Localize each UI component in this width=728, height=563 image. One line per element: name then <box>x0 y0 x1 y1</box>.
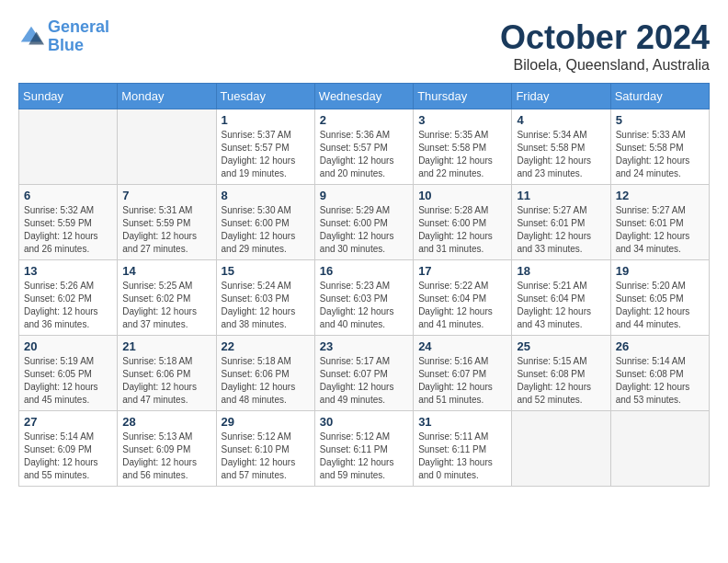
calendar-week-1: 1Sunrise: 5:37 AM Sunset: 5:57 PM Daylig… <box>19 109 710 185</box>
calendar-cell: 25Sunrise: 5:15 AM Sunset: 6:08 PM Dayli… <box>512 336 610 411</box>
calendar-cell: 11Sunrise: 5:27 AM Sunset: 6:01 PM Dayli… <box>512 185 610 260</box>
calendar-cell: 5Sunrise: 5:33 AM Sunset: 5:58 PM Daylig… <box>610 109 709 185</box>
day-info: Sunrise: 5:12 AM Sunset: 6:10 PM Dayligh… <box>222 431 310 482</box>
day-number: 28 <box>122 415 210 429</box>
day-number: 9 <box>320 189 408 202</box>
day-header-thursday: Thursday <box>414 84 512 109</box>
day-number: 16 <box>320 264 408 278</box>
day-number: 4 <box>517 113 605 127</box>
calendar-cell: 28Sunrise: 5:13 AM Sunset: 6:09 PM Dayli… <box>118 411 216 487</box>
calendar-cell <box>610 411 709 487</box>
day-number: 11 <box>517 189 605 202</box>
day-number: 27 <box>24 415 112 429</box>
day-info: Sunrise: 5:35 AM Sunset: 5:58 PM Dayligh… <box>418 129 506 180</box>
day-info: Sunrise: 5:14 AM Sunset: 6:09 PM Dayligh… <box>24 431 112 482</box>
calendar-cell: 6Sunrise: 5:32 AM Sunset: 5:59 PM Daylig… <box>19 185 118 260</box>
day-info: Sunrise: 5:36 AM Sunset: 5:57 PM Dayligh… <box>320 129 408 180</box>
day-number: 19 <box>616 264 704 278</box>
day-number: 8 <box>222 189 310 202</box>
day-number: 22 <box>222 339 310 353</box>
calendar-cell: 26Sunrise: 5:14 AM Sunset: 6:08 PM Dayli… <box>610 336 709 411</box>
day-number: 3 <box>418 113 506 127</box>
day-number: 7 <box>122 189 210 202</box>
calendar-cell: 31Sunrise: 5:11 AM Sunset: 6:11 PM Dayli… <box>414 411 512 487</box>
day-info: Sunrise: 5:15 AM Sunset: 6:08 PM Dayligh… <box>517 355 605 407</box>
day-number: 2 <box>320 113 408 127</box>
day-info: Sunrise: 5:32 AM Sunset: 5:59 PM Dayligh… <box>24 204 112 256</box>
calendar-cell: 16Sunrise: 5:23 AM Sunset: 6:03 PM Dayli… <box>314 260 413 336</box>
day-info: Sunrise: 5:17 AM Sunset: 6:07 PM Dayligh… <box>320 355 408 407</box>
day-info: Sunrise: 5:18 AM Sunset: 6:06 PM Dayligh… <box>122 355 210 407</box>
calendar-cell: 24Sunrise: 5:16 AM Sunset: 6:07 PM Dayli… <box>414 336 512 411</box>
day-number: 24 <box>418 339 506 353</box>
calendar-cell: 27Sunrise: 5:14 AM Sunset: 6:09 PM Dayli… <box>19 411 118 487</box>
calendar-cell: 19Sunrise: 5:20 AM Sunset: 6:05 PM Dayli… <box>610 260 709 336</box>
calendar-cell <box>512 411 610 487</box>
day-info: Sunrise: 5:27 AM Sunset: 6:01 PM Dayligh… <box>517 204 605 256</box>
day-number: 21 <box>122 339 210 353</box>
day-number: 12 <box>616 189 704 202</box>
day-header-sunday: Sunday <box>19 84 118 109</box>
logo-text: General Blue <box>48 18 109 55</box>
day-number: 23 <box>320 339 408 353</box>
day-info: Sunrise: 5:31 AM Sunset: 5:59 PM Dayligh… <box>122 204 210 256</box>
calendar-cell: 3Sunrise: 5:35 AM Sunset: 5:58 PM Daylig… <box>414 109 512 185</box>
calendar-cell: 18Sunrise: 5:21 AM Sunset: 6:04 PM Dayli… <box>512 260 610 336</box>
calendar-cell: 13Sunrise: 5:26 AM Sunset: 6:02 PM Dayli… <box>19 260 118 336</box>
calendar-week-5: 27Sunrise: 5:14 AM Sunset: 6:09 PM Dayli… <box>19 411 710 487</box>
day-info: Sunrise: 5:28 AM Sunset: 6:00 PM Dayligh… <box>418 204 506 256</box>
calendar-cell: 10Sunrise: 5:28 AM Sunset: 6:00 PM Dayli… <box>414 185 512 260</box>
day-number: 15 <box>222 264 310 278</box>
day-number: 17 <box>418 264 506 278</box>
calendar-cell: 2Sunrise: 5:36 AM Sunset: 5:57 PM Daylig… <box>314 109 413 185</box>
title-area: October 2024 Biloela, Queensland, Austra… <box>500 18 710 74</box>
day-info: Sunrise: 5:21 AM Sunset: 6:04 PM Dayligh… <box>517 280 605 331</box>
day-number: 30 <box>320 415 408 429</box>
day-info: Sunrise: 5:22 AM Sunset: 6:04 PM Dayligh… <box>418 280 506 331</box>
day-info: Sunrise: 5:20 AM Sunset: 6:05 PM Dayligh… <box>616 280 704 331</box>
calendar-week-3: 13Sunrise: 5:26 AM Sunset: 6:02 PM Dayli… <box>19 260 710 336</box>
calendar-week-2: 6Sunrise: 5:32 AM Sunset: 5:59 PM Daylig… <box>19 185 710 260</box>
day-number: 13 <box>24 264 112 278</box>
day-info: Sunrise: 5:18 AM Sunset: 6:06 PM Dayligh… <box>222 355 310 407</box>
header: General Blue October 2024 Biloela, Queen… <box>18 18 710 74</box>
subtitle: Biloela, Queensland, Australia <box>500 57 710 74</box>
calendar-cell: 22Sunrise: 5:18 AM Sunset: 6:06 PM Dayli… <box>216 336 314 411</box>
day-info: Sunrise: 5:25 AM Sunset: 6:02 PM Dayligh… <box>122 280 210 331</box>
day-number: 25 <box>517 339 605 353</box>
calendar-cell: 17Sunrise: 5:22 AM Sunset: 6:04 PM Dayli… <box>414 260 512 336</box>
day-number: 18 <box>517 264 605 278</box>
calendar-cell <box>19 109 118 185</box>
day-number: 5 <box>616 113 704 127</box>
calendar-cell: 21Sunrise: 5:18 AM Sunset: 6:06 PM Dayli… <box>118 336 216 411</box>
logo: General Blue <box>18 18 109 55</box>
calendar-header-row: SundayMondayTuesdayWednesdayThursdayFrid… <box>19 84 710 109</box>
calendar-week-4: 20Sunrise: 5:19 AM Sunset: 6:05 PM Dayli… <box>19 336 710 411</box>
day-info: Sunrise: 5:26 AM Sunset: 6:02 PM Dayligh… <box>24 280 112 331</box>
calendar-cell: 29Sunrise: 5:12 AM Sunset: 6:10 PM Dayli… <box>216 411 314 487</box>
day-info: Sunrise: 5:30 AM Sunset: 6:00 PM Dayligh… <box>222 204 310 256</box>
calendar-cell <box>118 109 216 185</box>
calendar-cell: 8Sunrise: 5:30 AM Sunset: 6:00 PM Daylig… <box>216 185 314 260</box>
day-number: 1 <box>222 113 310 127</box>
calendar-cell: 20Sunrise: 5:19 AM Sunset: 6:05 PM Dayli… <box>19 336 118 411</box>
day-info: Sunrise: 5:29 AM Sunset: 6:00 PM Dayligh… <box>320 204 408 256</box>
day-info: Sunrise: 5:11 AM Sunset: 6:11 PM Dayligh… <box>418 431 506 482</box>
calendar-cell: 12Sunrise: 5:27 AM Sunset: 6:01 PM Dayli… <box>610 185 709 260</box>
day-info: Sunrise: 5:13 AM Sunset: 6:09 PM Dayligh… <box>122 431 210 482</box>
day-info: Sunrise: 5:34 AM Sunset: 5:58 PM Dayligh… <box>517 129 605 180</box>
calendar-cell: 23Sunrise: 5:17 AM Sunset: 6:07 PM Dayli… <box>314 336 413 411</box>
day-info: Sunrise: 5:33 AM Sunset: 5:58 PM Dayligh… <box>616 129 704 180</box>
day-info: Sunrise: 5:19 AM Sunset: 6:05 PM Dayligh… <box>24 355 112 407</box>
month-title: October 2024 <box>500 18 710 57</box>
calendar-cell: 30Sunrise: 5:12 AM Sunset: 6:11 PM Dayli… <box>314 411 413 487</box>
calendar: SundayMondayTuesdayWednesdayThursdayFrid… <box>18 83 710 487</box>
day-number: 6 <box>24 189 112 202</box>
day-info: Sunrise: 5:12 AM Sunset: 6:11 PM Dayligh… <box>320 431 408 482</box>
calendar-cell: 1Sunrise: 5:37 AM Sunset: 5:57 PM Daylig… <box>216 109 314 185</box>
day-header-wednesday: Wednesday <box>314 84 413 109</box>
day-header-saturday: Saturday <box>610 84 709 109</box>
calendar-cell: 14Sunrise: 5:25 AM Sunset: 6:02 PM Dayli… <box>118 260 216 336</box>
day-number: 29 <box>222 415 310 429</box>
day-info: Sunrise: 5:14 AM Sunset: 6:08 PM Dayligh… <box>616 355 704 407</box>
